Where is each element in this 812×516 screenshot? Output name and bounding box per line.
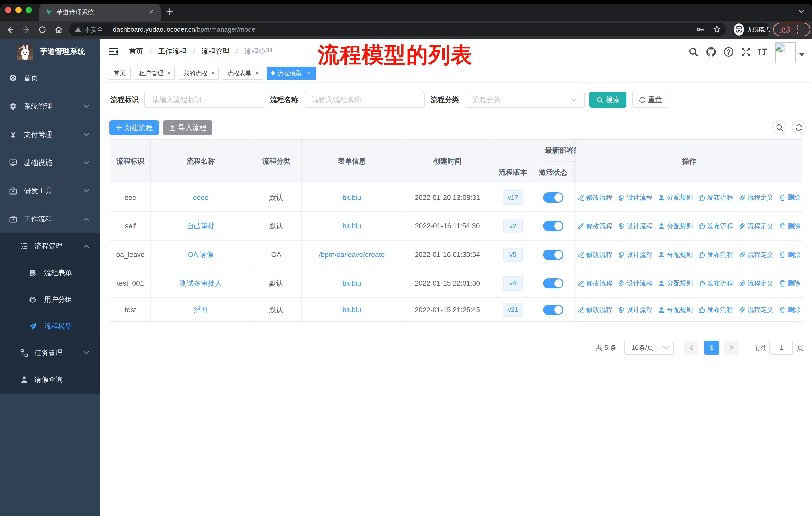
tag-close-icon[interactable]: × (167, 70, 171, 77)
delete-process-button[interactable]: 删除 (779, 279, 801, 288)
refresh-table-button[interactable] (792, 120, 806, 134)
toggle-search-button[interactable] (773, 120, 786, 134)
sidebar-item-leave-query[interactable]: 请假查询 (0, 366, 100, 393)
sidebar-item-home[interactable]: 首页 (0, 64, 100, 92)
active-toggle[interactable] (543, 192, 563, 202)
reset-button[interactable]: 重置 (632, 92, 668, 108)
tab-search-chevron-icon[interactable] (798, 8, 805, 15)
tag-close-icon[interactable]: × (211, 70, 215, 77)
active-toggle[interactable] (543, 250, 563, 260)
column-header-active[interactable]: 激活状态 (533, 162, 573, 183)
avatar[interactable] (775, 42, 796, 63)
column-header-created[interactable]: 创建时间 (402, 140, 493, 183)
tag-1[interactable]: 租户管理× (135, 66, 175, 80)
prev-page-button[interactable] (685, 341, 698, 355)
github-button[interactable] (706, 47, 716, 57)
design-process-button[interactable]: 设计流程 (618, 193, 653, 202)
column-header-key[interactable]: 流程标识 (111, 140, 151, 183)
traffic-light-close[interactable] (5, 7, 11, 13)
active-toggle[interactable] (543, 305, 563, 315)
address-bar[interactable]: 不安全 dashboard.yudao.iocoder.cn/bpm/manag… (69, 23, 726, 36)
active-toggle[interactable] (543, 278, 563, 289)
next-page-button[interactable] (724, 341, 738, 355)
column-header-form[interactable]: 表单信息 (302, 140, 402, 183)
tab-close-icon[interactable]: × (147, 8, 155, 17)
sidebar-item-system[interactable]: 系统管理 (0, 92, 100, 120)
column-header-name[interactable]: 流程名称 (151, 140, 251, 183)
assign-rule-button[interactable]: 分配规则 (658, 193, 693, 202)
form-link[interactable]: biubiu (342, 222, 361, 230)
not-secure-icon[interactable] (75, 26, 81, 32)
sidebar-logo[interactable]: 芋道管理系统 (0, 39, 100, 64)
sidebar-item-process-model[interactable]: 流程模型 (0, 313, 100, 340)
password-key-icon[interactable] (696, 25, 704, 34)
edit-process-button[interactable]: 修改流程 (578, 222, 612, 230)
sidebar-item-user-group[interactable]: 用户分组 (0, 286, 100, 313)
page-size-select[interactable]: 10条/页 (624, 341, 674, 355)
browser-tab[interactable]: 芋道管理系统 × (39, 3, 161, 21)
delete-process-button[interactable]: 删除 (779, 305, 801, 314)
breadcrumb-process-management[interactable]: 流程管理 (201, 47, 230, 55)
search-button[interactable] (689, 47, 698, 57)
tag-close-icon[interactable]: × (306, 70, 311, 77)
publish-process-button[interactable]: 发布流程 (698, 250, 733, 259)
delete-process-button[interactable]: 删除 (779, 193, 801, 202)
process-name-link[interactable]: 滔博 (194, 305, 208, 315)
publish-process-button[interactable]: 发布流程 (698, 193, 733, 202)
design-process-button[interactable]: 设计流程 (618, 305, 653, 314)
process-definition-button[interactable]: 流程定义 (739, 222, 774, 230)
avatar-caret-icon[interactable] (800, 53, 805, 57)
tag-close-icon[interactable]: × (256, 70, 259, 77)
tag-2[interactable]: 我的流程× (179, 66, 219, 80)
sidebar-item-workflow[interactable]: 工作流程 (0, 205, 100, 233)
security-label[interactable]: 不安全 (84, 25, 103, 34)
goto-page-input[interactable] (769, 341, 793, 355)
home-button[interactable] (52, 23, 66, 37)
sidebar-item-payment[interactable]: ¥支付管理 (0, 120, 100, 148)
process-definition-button[interactable]: 流程定义 (739, 250, 774, 259)
form-link[interactable]: biubiu (342, 306, 361, 314)
form-link[interactable]: /bpm/oa/leave/create (319, 251, 385, 259)
browser-update-button[interactable]: 更新 (773, 23, 811, 36)
new-tab-button[interactable] (166, 7, 174, 16)
sidebar-item-infra[interactable]: 基础设施 (0, 148, 100, 177)
design-process-button[interactable]: 设计流程 (618, 250, 653, 259)
breadcrumb-workflow[interactable]: 工作流程 (158, 47, 186, 55)
sidebar-item-process-management[interactable]: 流程管理 (0, 233, 100, 260)
traffic-light-minimize[interactable] (16, 7, 22, 13)
sidebar-toggle-button[interactable] (109, 46, 119, 56)
column-header-category[interactable]: 流程分类 (251, 140, 302, 183)
design-process-button[interactable]: 设计流程 (618, 279, 653, 288)
sidebar-item-devtools[interactable]: 研发工具 (0, 177, 100, 205)
process-name-link[interactable]: 测试多审批人 (180, 279, 222, 288)
design-process-button[interactable]: 设计流程 (618, 222, 653, 230)
sidebar-item-task-management[interactable]: 任务管理 (0, 340, 100, 366)
search-button[interactable]: 搜索 (589, 92, 627, 108)
assign-rule-button[interactable]: 分配规则 (658, 305, 693, 314)
column-header-version[interactable]: 流程版本 (493, 162, 533, 183)
sidebar-item-process-form[interactable]: 流程表单 (0, 260, 100, 286)
filter-category-select[interactable]: 流程分类 (465, 92, 585, 108)
current-page-button[interactable]: 1 (704, 341, 719, 355)
process-definition-button[interactable]: 流程定义 (739, 193, 774, 202)
process-definition-button[interactable]: 流程定义 (739, 279, 774, 288)
form-link[interactable]: biubiu (342, 193, 361, 201)
publish-process-button[interactable]: 发布流程 (698, 222, 733, 230)
active-toggle[interactable] (543, 221, 563, 231)
edit-process-button[interactable]: 修改流程 (578, 305, 612, 314)
filter-name-input[interactable] (304, 92, 425, 108)
url-text[interactable]: dashboard.yudao.iocoder.cn/bpm/manager/m… (113, 26, 257, 33)
assign-rule-button[interactable]: 分配规则 (658, 222, 693, 230)
create-process-button[interactable]: 新建流程 (110, 120, 159, 135)
edit-process-button[interactable]: 修改流程 (578, 193, 612, 202)
publish-process-button[interactable]: 发布流程 (698, 305, 733, 314)
bookmark-star-icon[interactable] (713, 25, 721, 34)
import-process-button[interactable]: 导入流程 (163, 120, 212, 135)
tag-4[interactable]: 流程模型× (267, 66, 316, 80)
delete-process-button[interactable]: 删除 (779, 250, 801, 259)
reload-button[interactable] (35, 23, 49, 37)
publish-process-button[interactable]: 发布流程 (698, 279, 733, 288)
forward-button[interactable] (20, 23, 34, 37)
delete-process-button[interactable]: 删除 (779, 222, 801, 230)
browser-menu-icon[interactable] (796, 25, 799, 34)
